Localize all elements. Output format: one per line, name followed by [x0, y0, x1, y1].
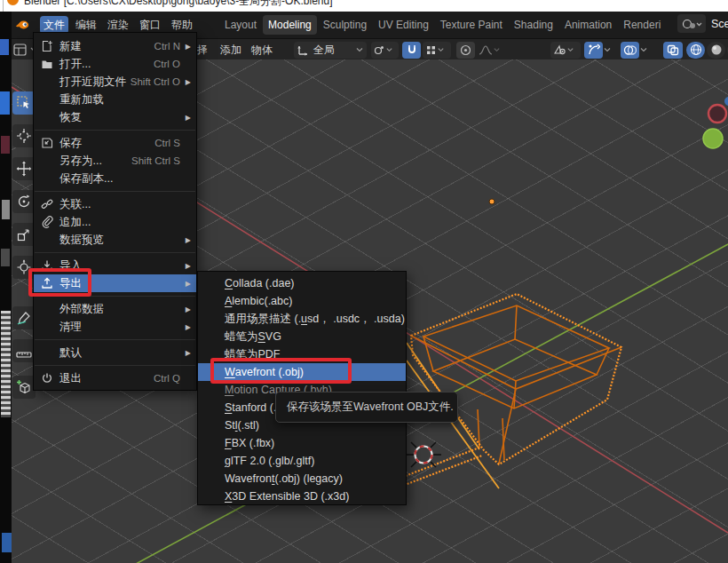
orientation-icon	[297, 44, 309, 56]
snap-target-dropdown[interactable]	[423, 41, 451, 59]
shading-wireframe-button[interactable]	[686, 41, 705, 59]
submenu-arrow-icon: ▶	[183, 236, 191, 244]
menubar-item-4[interactable]: 帮助	[168, 16, 196, 34]
gizmo-y-axis-ball[interactable]	[703, 129, 723, 148]
submenu-arrow-icon: ▶	[183, 305, 191, 313]
wireframe-icon	[690, 44, 702, 56]
blender-logo-icon	[15, 20, 29, 30]
workspace-tab-layout[interactable]: Layout	[219, 15, 262, 35]
submenu-arrow-icon: ▶	[183, 262, 191, 270]
workspace-tab-shading[interactable]: Shading	[509, 15, 558, 35]
file-menu-item-12[interactable]: 数据预览▶	[34, 231, 196, 249]
file-menu-dropdown: 新建Ctrl N▶打开...Ctrl O打开近期文件Shift Ctrl O▶重…	[33, 32, 197, 391]
menu-item-label: 新建	[59, 39, 154, 54]
file-menu-item-3[interactable]: 重新加载	[34, 91, 196, 108]
file-menu-item-11[interactable]: 追加...	[34, 213, 196, 231]
file-menu-item-17[interactable]: 外部数据▶	[34, 300, 196, 318]
3d-cursor	[406, 442, 441, 467]
gizmo-x-axis-ball[interactable]	[708, 105, 726, 123]
gizmos-toggle[interactable]	[584, 41, 612, 59]
titlebar-edge	[3, 0, 4, 12]
export-submenu-item-2[interactable]: 通用场景描述 (.usd， .usdc， .usda)	[198, 310, 406, 328]
menu-item-shortcut: Ctrl O	[154, 59, 180, 69]
select-menu[interactable]: 择	[195, 41, 210, 59]
file-menu-item-4[interactable]: 恢复▶	[34, 108, 196, 126]
snap-toggle-button[interactable]	[402, 41, 421, 59]
menu-item-label: 追加...	[59, 215, 183, 230]
gizmo-icon	[588, 44, 600, 56]
proportional-falloff-dropdown[interactable]	[477, 41, 502, 59]
file-menu-item-8[interactable]: 保存副本...	[34, 170, 196, 187]
file-menu-item-6[interactable]: 保存Ctrl S	[34, 134, 196, 152]
link-icon	[41, 198, 53, 210]
export-submenu-item-0[interactable]: Collada (.dae)	[198, 274, 406, 292]
workspace-tab-animation[interactable]: Animation	[559, 15, 617, 35]
snap-pivot-dropdown[interactable]	[371, 41, 399, 59]
folder-open-icon	[41, 58, 53, 70]
window-title: Blender [C:\Users\CX\Desktop\gong\baoye\…	[24, 0, 332, 9]
menubar-item-0[interactable]: 文件	[40, 16, 68, 34]
menu-item-label: 重新加载	[59, 92, 183, 107]
blender-logo-icon	[7, 0, 19, 5]
proportional-editing-button[interactable]	[456, 41, 475, 59]
export-submenu-item-10[interactable]: glTF 2.0 (.glb/.gltf)	[198, 452, 406, 470]
menubar-item-2[interactable]: 渲染	[104, 16, 132, 34]
file-menu-item-2[interactable]: 打开近期文件Shift Ctrl O▶	[34, 73, 196, 91]
menubar-item-1[interactable]: 编辑	[72, 16, 100, 34]
menubar-item-3[interactable]: 窗口	[136, 16, 164, 34]
export-submenu-item-9[interactable]: FBX (.fbx)	[198, 434, 406, 452]
file-new-icon	[41, 40, 53, 52]
overlays-toggle[interactable]	[621, 41, 648, 59]
menu-separator	[34, 336, 196, 344]
falloff-curve-icon	[479, 44, 493, 56]
submenu-arrow-icon: ▶	[183, 78, 191, 86]
scene-selector[interactable]: Sce	[677, 14, 728, 33]
save-icon	[41, 137, 53, 149]
submenu-arrow-icon: ▶	[183, 280, 191, 288]
file-menu-item-20[interactable]: 默认▶	[34, 344, 196, 361]
add-menu[interactable]: 添加	[218, 41, 243, 59]
menu-item-label: 另存为...	[59, 154, 131, 169]
export-submenu-item-12[interactable]: X3D Extensible 3D (.x3d)	[198, 488, 406, 505]
snap-with-icon	[425, 44, 437, 56]
menu-item-label: 打开近期文件	[59, 75, 131, 90]
shading-solid-button[interactable]	[707, 41, 725, 59]
export-submenu-item-1[interactable]: Alembic(.abc)	[198, 292, 406, 310]
menu-item-label: 关联...	[59, 197, 183, 212]
export-submenu-item-3[interactable]: 蜡笔为SVG	[198, 328, 406, 345]
submenu-arrow-icon: ▶	[183, 114, 191, 122]
visibility-icon	[553, 44, 566, 56]
menu-separator	[34, 361, 196, 369]
workspace-tab-uv-editing[interactable]: UV Editing	[373, 15, 434, 35]
menu-item-label: 保存副本...	[59, 171, 183, 186]
menu-item-label: 数据预览	[59, 233, 183, 248]
transform-orientation-dropdown[interactable]: 全局	[294, 41, 367, 59]
object-menu[interactable]: 物体	[249, 41, 274, 59]
wireframe-box-edges	[411, 305, 621, 464]
scene-name: Sce	[711, 18, 728, 30]
append-icon	[41, 216, 53, 228]
submenu-arrow-icon: ▶	[183, 43, 191, 51]
magnet-icon	[406, 44, 418, 56]
solid-sphere-icon	[710, 44, 723, 56]
workspace-tab-renderi[interactable]: Renderi	[618, 15, 666, 35]
workspace-tab-sculpting[interactable]: Sculpting	[318, 15, 372, 35]
object-origin-dot	[489, 199, 495, 204]
workspace-tab-modeling[interactable]: Modeling	[263, 15, 317, 35]
file-menu-item-18[interactable]: 清理▶	[34, 318, 196, 336]
menu-item-shortcut: Shift Ctrl O	[131, 76, 180, 87]
file-menu-item-0[interactable]: 新建Ctrl N▶	[34, 37, 196, 55]
navigation-gizmo[interactable]	[703, 97, 728, 148]
export-submenu-item-11[interactable]: Wavefront (.obj) (legacy)	[198, 470, 406, 488]
file-menu-item-1[interactable]: 打开...Ctrl O	[34, 55, 196, 73]
xray-toggle[interactable]	[663, 41, 683, 59]
file-menu-item-10[interactable]: 关联...	[34, 195, 196, 213]
workspace-tab-texture-paint[interactable]: Texture Paint	[435, 15, 508, 35]
menu-item-label: 打开...	[59, 57, 154, 72]
file-menu-item-7[interactable]: 另存为...Shift Ctrl S	[34, 152, 196, 170]
show-gizmo-dropdown[interactable]	[550, 41, 581, 59]
menu-item-shortcut: Ctrl S	[154, 138, 180, 148]
file-menu-item-22[interactable]: 退出Ctrl Q	[34, 369, 196, 387]
pivot-icon	[374, 44, 385, 56]
annotation-box-wavefront	[210, 358, 352, 384]
